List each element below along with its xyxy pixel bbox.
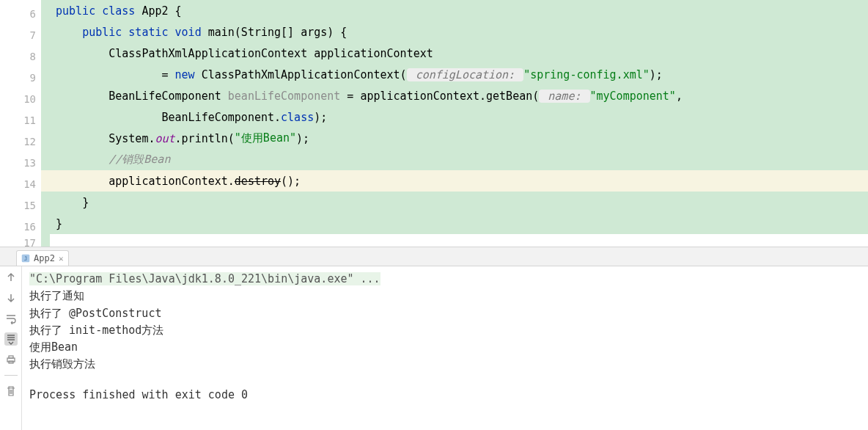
console-toolbar (0, 266, 22, 430)
output-line: 执行了通知 (29, 289, 84, 302)
line-number: 16 (0, 216, 40, 237)
line-number: 15 (0, 194, 40, 216)
line-number: 6 (0, 3, 40, 24)
scroll-to-end-button[interactable] (4, 332, 18, 346)
line-number: 12 (0, 131, 40, 152)
console-tabs: J App2 ✕ (0, 247, 868, 266)
line-number: 11 (0, 109, 40, 131)
code-line[interactable]: = new ClassPathXmlApplicationContext( co… (41, 64, 868, 85)
trash-button[interactable] (4, 385, 18, 398)
code-line[interactable]: } (41, 213, 868, 234)
java-file-icon: J (21, 254, 30, 263)
soft-wrap-button[interactable] (4, 312, 18, 325)
exit-line: Process finished with exit code 0 (29, 387, 862, 404)
code-line[interactable]: ClassPathXmlApplicationContext applicati… (41, 43, 868, 64)
code-line[interactable]: System.out.println("使用Bean"); (41, 128, 868, 149)
command-line: "C:\Program Files\Java\jdk1.8.0_221\bin\… (29, 272, 380, 285)
code-line[interactable]: } (41, 192, 868, 213)
code-line[interactable]: BeanLifeComponent beanLifeComponent = ap… (41, 85, 868, 106)
code-line[interactable]: BeanLifeComponent.class); (41, 106, 868, 128)
code-editor[interactable]: 6 7 8 9 10 11 12 13 14 15 16 17 public c… (0, 0, 868, 247)
output-line: 执行了 @PostConstruct (29, 307, 161, 320)
tab-label: App2 (34, 253, 55, 263)
output-line: 执行了 init-method方法 (29, 324, 163, 337)
svg-rect-3 (9, 356, 13, 358)
print-button[interactable] (4, 353, 18, 366)
line-number: 14 (0, 173, 40, 194)
line-number: 7 (0, 24, 40, 45)
code-line[interactable]: applicationContext.destroy(); (41, 170, 868, 192)
line-number: 10 (0, 88, 40, 109)
close-icon[interactable]: ✕ (59, 254, 64, 263)
run-tab[interactable]: J App2 ✕ (16, 250, 69, 266)
code-line[interactable]: //销毁Bean (41, 149, 868, 170)
line-number: 13 (0, 152, 40, 173)
line-number: 8 (0, 45, 40, 67)
line-gutter: 6 7 8 9 10 11 12 13 14 15 16 17 (0, 0, 41, 247)
code-content[interactable]: public class App2 { public static void m… (41, 0, 868, 247)
line-number: 9 (0, 67, 40, 88)
scroll-down-button[interactable] (4, 291, 18, 305)
console-output[interactable]: "C:\Program Files\Java\jdk1.8.0_221\bin\… (22, 266, 868, 430)
output-line: 使用Bean (29, 340, 78, 354)
code-line[interactable]: public class App2 { (41, 0, 868, 21)
parameter-hint: configLocation: (407, 68, 524, 81)
code-line[interactable]: public static void main(String[] args) { (41, 21, 868, 43)
scroll-up-button[interactable] (4, 271, 18, 284)
output-line: 执行销毁方法 (29, 357, 95, 371)
line-number: 17 (0, 237, 40, 248)
code-line[interactable] (41, 234, 868, 245)
svg-text:J: J (24, 255, 28, 262)
parameter-hint: name: (539, 90, 589, 103)
console-panel: "C:\Program Files\Java\jdk1.8.0_221\bin\… (0, 266, 868, 430)
